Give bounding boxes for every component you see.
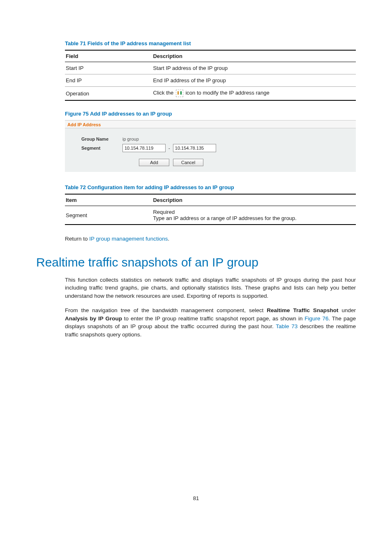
- modify-icon: [176, 90, 183, 97]
- table-row: Start IP Start IP address of the IP grou…: [65, 62, 356, 74]
- cell-field: Operation: [65, 87, 152, 101]
- p2-t2: under: [338, 307, 356, 313]
- table-71-header-field: Field: [65, 50, 152, 62]
- cancel-button[interactable]: Cancel: [173, 159, 203, 166]
- group-name-label: Group Name: [81, 137, 122, 141]
- cell-desc: Click the icon to modify the IP address …: [152, 87, 356, 101]
- text-pre: Click the: [153, 90, 175, 96]
- table-72-header-item: Item: [65, 194, 152, 206]
- cell-desc: Start IP address of the IP group: [152, 62, 356, 74]
- text-post: icon to modify the IP address range: [185, 90, 269, 96]
- section-heading: Realtime traffic snapshots of an IP grou…: [36, 255, 356, 269]
- table-row: Operation Click the icon to modify the I…: [65, 87, 356, 101]
- table-71-header-description: Description: [152, 50, 356, 62]
- table-72: Item Description Segment Required Type a…: [65, 194, 356, 225]
- return-pre: Return to: [65, 236, 89, 242]
- return-post: .: [168, 236, 169, 242]
- table-71-caption: Table 71 Fields of the IP address manage…: [65, 40, 356, 46]
- table-row: End IP End IP address of the IP group: [65, 74, 356, 87]
- segment-end-input[interactable]: 10.154.78.135: [173, 144, 216, 152]
- p2-t1: From the navigation tree of the bandwidt…: [65, 307, 267, 313]
- segment-start-input[interactable]: 10.154.78.119: [122, 144, 166, 152]
- cell-desc: End IP address of the IP group: [152, 74, 356, 87]
- figure-75-caption: Figure 75 Add IP addresses to an IP grou…: [65, 111, 356, 117]
- table-row: Segment Required Type an IP address or a…: [65, 206, 356, 225]
- segment-separator: -: [168, 146, 170, 151]
- cell-field: End IP: [65, 74, 152, 87]
- add-button[interactable]: Add: [139, 159, 169, 166]
- table-73-link[interactable]: Table 73: [276, 323, 297, 329]
- cell-item: Segment: [65, 206, 152, 225]
- figure-panel-title: Add IP Address: [65, 121, 356, 128]
- cell-field: Start IP: [65, 62, 152, 74]
- segment-label: Segment: [81, 146, 122, 151]
- p2-b1: Realtime Traffic Snapshot: [267, 307, 338, 313]
- figure-75-panel: Add IP Address Group Name ip group Segme…: [65, 120, 356, 172]
- desc-line1: Required: [153, 209, 353, 215]
- group-name-value: ip group: [122, 137, 139, 141]
- return-to-line: Return to IP group management functions.: [65, 235, 356, 243]
- table-71: Field Description Start IP Start IP addr…: [65, 50, 356, 101]
- paragraph-1: This function collects statistics on net…: [65, 276, 356, 300]
- desc-line2: Type an IP address or a range of IP addr…: [153, 215, 353, 221]
- p2-b2: Analysis by IP Group: [65, 315, 122, 322]
- table-72-header-description: Description: [152, 194, 356, 206]
- cell-desc: Required Type an IP address or a range o…: [152, 206, 356, 225]
- p2-t3: to enter the IP group realtime traffic s…: [122, 315, 304, 322]
- ip-group-management-link[interactable]: IP group management functions: [89, 236, 168, 242]
- paragraph-2: From the navigation tree of the bandwidt…: [65, 306, 356, 338]
- figure-76-link[interactable]: Figure 76: [304, 315, 328, 322]
- page-number: 81: [36, 495, 356, 501]
- table-72-caption: Table 72 Configuration item for adding I…: [65, 184, 356, 190]
